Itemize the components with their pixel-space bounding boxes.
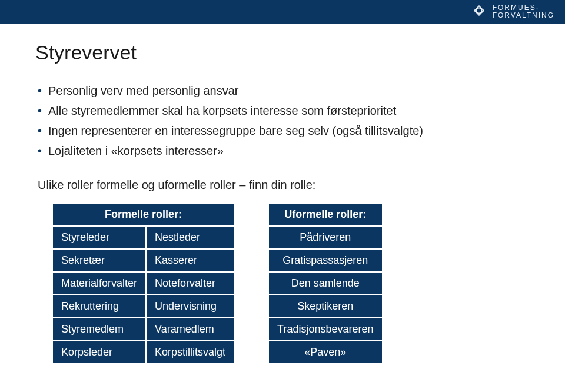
table-cell: Kasserer xyxy=(146,249,234,272)
bullet-item: Lojaliteten i «korpsets interesser» xyxy=(38,141,530,161)
bullet-item: Alle styremedlemmer skal ha korpsets int… xyxy=(38,101,530,121)
table-cell: Rekruttering xyxy=(53,295,146,318)
table-cell: «Paven» xyxy=(269,341,381,363)
informal-header: Uformelle roller: xyxy=(269,204,381,226)
brand-logo-icon xyxy=(471,3,487,21)
bullet-item: Ingen representerer en interessegruppe b… xyxy=(38,121,530,141)
slide-body: Styrevervet Personlig verv med personlig… xyxy=(0,24,565,363)
table-cell: Skeptikeren xyxy=(269,295,381,318)
table-cell: Undervisning xyxy=(146,295,234,318)
table-cell: Styreleder xyxy=(53,226,146,249)
table-cell: Korpsleder xyxy=(53,341,146,363)
table-cell: Noteforvalter xyxy=(146,272,234,295)
brand: FORMUES- FORVALTNING xyxy=(471,3,554,21)
formal-roles-table: Formelle roller: StyrelederNestleder Sek… xyxy=(53,204,234,363)
table-cell: Styremedlem xyxy=(53,318,146,341)
bullet-item: Personlig verv med personlig ansvar xyxy=(38,81,530,101)
table-cell: Nestleder xyxy=(146,226,234,249)
table-cell: Materialforvalter xyxy=(53,272,146,295)
tables-row: Formelle roller: StyrelederNestleder Sek… xyxy=(53,204,530,363)
bullet-list: Personlig verv med personlig ansvar Alle… xyxy=(38,81,530,161)
informal-roles-table: Uformelle roller: Pådriveren Gratispassa… xyxy=(269,204,381,363)
table-cell: Tradisjonsbevareren xyxy=(269,318,381,341)
table-cell: Pådriveren xyxy=(269,226,381,249)
table-cell: Korpstillitsvalgt xyxy=(146,341,234,363)
brand-line-2: FORVALTNING xyxy=(493,12,554,19)
page-title: Styrevervet xyxy=(35,41,530,64)
table-cell: Den samlende xyxy=(269,272,381,295)
table-cell: Varamedlem xyxy=(146,318,234,341)
formal-header: Formelle roller: xyxy=(53,204,234,226)
table-cell: Gratispassasjeren xyxy=(269,249,381,272)
top-bar: FORMUES- FORVALTNING xyxy=(0,0,565,24)
table-cell: Sekretær xyxy=(53,249,146,272)
subtitle: Ulike roller formelle og uformelle rolle… xyxy=(38,178,530,192)
